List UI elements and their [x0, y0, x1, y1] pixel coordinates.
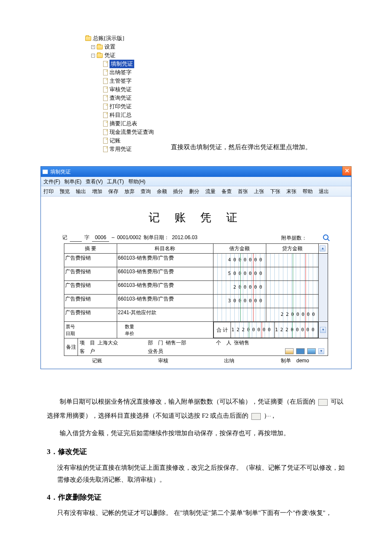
doc-p3: 没有审核的凭证直接在填制凭证上面直接修改，改完之后按保存。（审核、记帐了凭证不可…	[57, 462, 345, 486]
tool-query[interactable]: 查询	[141, 188, 151, 195]
close-button[interactable]: ✕	[342, 166, 352, 176]
scroll-down[interactable]: ▼	[319, 322, 328, 338]
cell-summary[interactable]: 广告费报销	[64, 295, 117, 303]
notes-op-label: 业务员	[140, 347, 166, 355]
notes-label: 备注	[64, 338, 78, 356]
notes-op[interactable]	[166, 347, 208, 355]
table-row[interactable]: 广告费报销660103-销售费用/广告费3000000	[64, 295, 328, 308]
col-account: 科目名称	[117, 244, 213, 254]
table-row[interactable]: 广告费报销660103-销售费用/广告费4000000	[64, 254, 328, 267]
notes-cust[interactable]	[98, 347, 140, 355]
tool-flow[interactable]: 流量	[205, 188, 216, 195]
tool-add[interactable]: 增加	[92, 188, 102, 195]
tool-help[interactable]: 帮助	[303, 188, 313, 195]
notes-icon-2[interactable]	[296, 348, 305, 354]
expand-icon[interactable]: +	[91, 45, 95, 49]
nav-tree: 总账[演示版] +设置 −凭证 填制凭证 出纳签字 主管签字 审核凭证 查询凭证…	[85, 34, 154, 153]
tool-delete[interactable]: 删分	[189, 188, 199, 195]
tree-node-voucher[interactable]: −凭证	[91, 51, 154, 60]
table-row[interactable]: 广告费报销660103-销售费用/广告费200000	[64, 281, 328, 295]
title-bar: 填制凭证 ✕	[41, 167, 351, 177]
cell-summary[interactable]: 广告费报销	[64, 267, 117, 276]
doc-p1-a: 制单日期可以根据业务情况直接修改，输入附单据数数（可以不输），凭证摘要（在后面的	[60, 398, 315, 405]
tool-print[interactable]: 打印	[43, 188, 54, 195]
tool-export[interactable]: 输出	[76, 188, 86, 195]
tool-insert[interactable]: 插分	[173, 188, 183, 195]
tree-item[interactable]: 科目汇总	[103, 111, 154, 119]
notes-icon-1[interactable]	[285, 348, 294, 354]
cell-debit[interactable]: 200000	[213, 281, 266, 294]
tool-first[interactable]: 首张	[238, 188, 248, 195]
tool-balance[interactable]: 余额	[157, 188, 167, 195]
cell-debit[interactable]: 3000000	[213, 295, 266, 308]
table-row[interactable]: 广告费报销660103-销售费用/广告费5000000	[64, 267, 328, 281]
tree-item[interactable]: 出纳签字	[103, 68, 154, 77]
voucher-date-label: 制单日期：	[144, 234, 169, 241]
scroll-up[interactable]: ▲	[319, 244, 328, 254]
zi-blank[interactable]	[70, 234, 82, 242]
tree-item[interactable]: 主管签字	[103, 77, 154, 85]
tool-last[interactable]: 末张	[286, 188, 297, 195]
tool-save[interactable]: 保存	[108, 188, 118, 195]
cell-account[interactable]: 2241-其他应付款	[117, 308, 213, 317]
cell-credit[interactable]: 2200000	[266, 308, 319, 321]
tree-root[interactable]: 总账[演示版]	[85, 34, 154, 43]
file-icon	[103, 104, 108, 110]
notes-person[interactable]: 张销售	[234, 339, 277, 347]
tool-memo[interactable]: 备查	[222, 188, 232, 195]
scroll-track[interactable]	[319, 254, 328, 322]
table-row[interactable]: 广告费报销2241-其他应付款2200000	[64, 308, 328, 322]
file-icon	[103, 112, 108, 118]
notes-proj[interactable]: 上海大众	[98, 339, 140, 347]
voucher-date[interactable]: 2012.06.03	[172, 234, 197, 241]
tree-item[interactable]: 查询凭证	[103, 94, 154, 102]
cell-account[interactable]: 660103-销售费用/广告费	[117, 281, 213, 289]
window-title: 填制凭证	[50, 168, 71, 176]
cell-credit[interactable]	[266, 295, 319, 308]
notes-icon-3[interactable]	[307, 348, 316, 354]
menu-view[interactable]: 查看(V)	[86, 178, 103, 185]
cell-summary[interactable]: 广告费报销	[64, 308, 117, 317]
tree-item[interactable]: 打印凭证	[103, 102, 154, 111]
tool-prev[interactable]: 上张	[254, 188, 264, 195]
cell-account[interactable]: 660103-销售费用/广告费	[117, 295, 213, 303]
doc-h4: 4．作废删除凭证	[47, 492, 345, 503]
tool-preview[interactable]: 预览	[60, 188, 70, 195]
tool-next[interactable]: 下张	[270, 188, 280, 195]
menu-edit[interactable]: 制单(E)	[64, 178, 81, 185]
tree-item[interactable]: 现金流量凭证查询	[103, 128, 154, 136]
tree-instruction: 直接双击填制凭证，然后在弹出凭证框里点增加。	[171, 142, 311, 154]
voucher-title: 记 账 凭 证	[49, 209, 343, 226]
cell-debit[interactable]: 5000000	[213, 267, 266, 280]
menu-tool[interactable]: 工具(T)	[107, 178, 124, 185]
collapse-icon[interactable]: −	[91, 54, 95, 58]
voucher-number[interactable]: 0006	[92, 234, 109, 242]
tree-item-fill-voucher[interactable]: 填制凭证	[103, 60, 154, 68]
search-icon[interactable]	[323, 234, 330, 241]
cell-account[interactable]: 660103-销售费用/广告费	[117, 254, 213, 262]
tree-item[interactable]: 摘要汇总表	[103, 119, 154, 128]
cell-credit[interactable]	[266, 281, 319, 294]
zi-label2: 字	[84, 234, 89, 241]
total-credit: 12200000	[275, 322, 318, 338]
tree-node-settings[interactable]: +设置	[91, 43, 154, 51]
tree-item[interactable]: 审核凭证	[103, 85, 154, 94]
menu-help[interactable]: 帮助(H)	[128, 178, 146, 185]
cell-summary[interactable]: 广告费报销	[64, 281, 117, 289]
cell-debit[interactable]	[213, 308, 266, 321]
tree-item[interactable]: 常用凭证	[103, 145, 154, 153]
cell-credit[interactable]	[266, 267, 319, 280]
cell-account[interactable]: 660103-销售费用/广告费	[117, 267, 213, 276]
tool-exit[interactable]: 退出	[319, 188, 329, 195]
file-icon	[103, 138, 108, 144]
footer-zhidan: demo	[296, 358, 309, 364]
tree-item[interactable]: 记账	[103, 136, 154, 145]
menu-file[interactable]: 文件(F)	[43, 178, 60, 185]
cell-debit[interactable]: 4000000	[213, 254, 266, 267]
cell-credit[interactable]	[266, 254, 319, 267]
cell-summary[interactable]: 广告费报销	[64, 254, 117, 262]
notes-dept[interactable]: 销售一部	[166, 339, 208, 347]
tool-discard[interactable]: 放弃	[124, 188, 135, 195]
tree-item-label: 审核凭证	[110, 85, 132, 94]
chevron-down-icon[interactable]: ▼	[318, 348, 324, 354]
